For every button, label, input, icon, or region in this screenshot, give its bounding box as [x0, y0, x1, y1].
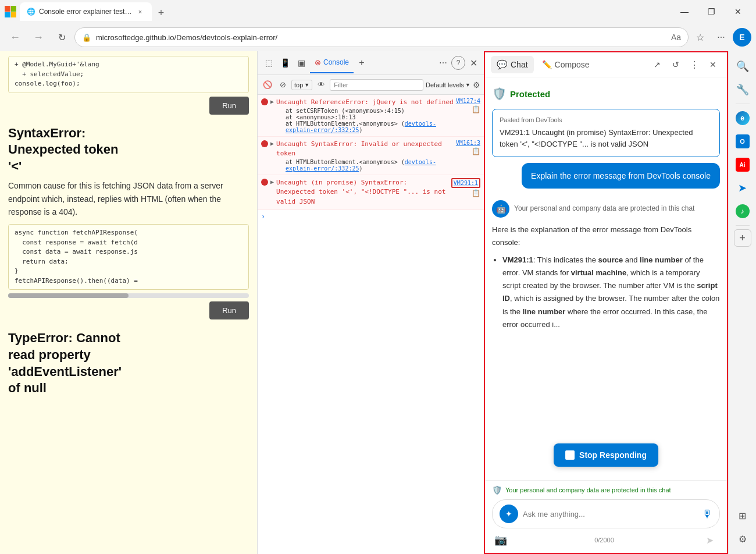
open-in-tab-btn[interactable]: ↗ [649, 56, 665, 73]
close-window-button[interactable]: ✕ [725, 2, 751, 21]
error-desc-1: Common cause for this is fetching JSON d… [8, 179, 249, 218]
chat-tab-label: Chat [511, 60, 528, 69]
settings-icon[interactable]: ⚙ [473, 80, 480, 90]
copilot-compose-tab[interactable]: ✏️ Compose [536, 56, 595, 73]
tab-favicon: 🌐 [27, 8, 35, 16]
send-button[interactable]: ➤ [701, 532, 718, 548]
devtools-more-btn[interactable]: ⋯ [436, 56, 450, 70]
chat-input-area[interactable]: ✦ 🎙 [492, 499, 720, 528]
char-count: 0/2000 [594, 537, 614, 544]
stack-link-2[interactable]: devtools-explain-error/:332:25 [286, 159, 436, 172]
more-tools-button[interactable]: ··· [712, 28, 730, 47]
protected-badge: 🛡️ Protected [492, 84, 720, 103]
tab-close-button[interactable]: × [135, 7, 145, 16]
favorites-button[interactable]: ☆ [691, 28, 709, 47]
devtools-layout-icon[interactable]: ▣ [294, 55, 309, 70]
copilot-chat-tab[interactable]: 💬 Chat [491, 56, 534, 73]
user-message: Explain the error message from DevTools … [522, 163, 720, 189]
footer-privacy-text: Your personal and company data are prote… [505, 486, 671, 493]
profile-button[interactable]: E [733, 28, 751, 47]
address-bar[interactable]: 🔒 microsoftedge.github.io/Demos/devtools… [74, 27, 689, 47]
run-button-2[interactable]: Run [209, 301, 249, 319]
stack-line-1a: at setCSRFToken (<anonymous>:4:15) [276, 108, 454, 114]
clear-console-btn[interactable]: 🚫 [261, 79, 274, 91]
console-message-2: ▶ Uncaught SyntaxError: Invalid or unexp… [258, 137, 484, 175]
top-context-select[interactable]: top ▼ [291, 80, 312, 90]
filter-input[interactable] [330, 79, 423, 91]
footer-privacy: 🛡️ Your personal and company data are pr… [492, 485, 720, 495]
code-scrollbar[interactable] [8, 293, 249, 298]
devtools-inspect-icon[interactable]: ⬚ [261, 55, 276, 70]
filter-toggle-btn[interactable]: ⊘ [276, 79, 289, 91]
browser-logo [5, 6, 16, 17]
devtools-console-tab[interactable]: ⊗ Console [310, 52, 354, 73]
footer-shield-icon: 🛡️ [492, 485, 502, 495]
msg-actions-1: VM127:4 📋 [456, 98, 480, 113]
protected-label: Protected [510, 89, 550, 99]
address-bar-row: ← → ↻ 🔒 microsoftedge.github.io/Demos/de… [0, 23, 756, 51]
copy-icon-3[interactable]: 📋 [472, 189, 480, 197]
close-copilot-btn[interactable]: ✕ [705, 56, 721, 73]
run-button-1[interactable]: Run [209, 97, 249, 115]
stop-responding-button[interactable]: Stop Responding [554, 443, 658, 467]
vm-link-3[interactable]: VM291:1 [451, 178, 480, 188]
copilot-footer: 🛡️ Your personal and company data are pr… [485, 480, 727, 553]
sidebar-outlook-btn[interactable]: O [732, 131, 753, 152]
console-tab-label: Console [323, 58, 349, 66]
expand-arrow-1[interactable]: ▶ [270, 98, 274, 105]
msg-text-3: Uncaught (in promise) SyntaxError: Unexp… [276, 179, 445, 205]
title-bar: 🌐 Console error explainer test page × + … [0, 0, 756, 23]
chat-input-field[interactable] [523, 510, 697, 519]
copilot-avatar-btn[interactable]: ✦ [500, 505, 518, 523]
copy-icon-1[interactable]: 📋 [472, 105, 480, 113]
msg-actions-2: VM161:3 📋 [456, 140, 480, 155]
forward-button[interactable]: → [28, 27, 49, 48]
devtools-panel: ⬚ 📱 ▣ ⊗ Console + ⋯ ? ✕ 🚫 ⊘ top ▼ [257, 51, 484, 554]
minimize-button[interactable]: — [671, 2, 698, 21]
console-expand-row[interactable]: › [258, 210, 484, 223]
refresh-chat-btn[interactable]: ↺ [668, 56, 684, 73]
stack-link-1[interactable]: devtools-explain-error/:332:25 [286, 120, 436, 133]
vm-link-2[interactable]: VM161:3 [456, 140, 480, 146]
sidebar-add-btn[interactable]: + [734, 229, 751, 247]
window-controls: — ❐ ✕ [671, 2, 751, 21]
default-levels-btn[interactable]: Default levels ▼ [426, 81, 470, 88]
sidebar-spotify-btn[interactable]: ♪ [732, 201, 753, 222]
new-tab-button[interactable]: + [153, 5, 169, 21]
ai-privacy-notice: 🤖 Your personal and company data are pro… [492, 197, 720, 223]
sidebar-divider-1 [736, 104, 750, 104]
devtools-add-tab[interactable]: + [355, 56, 369, 70]
back-button[interactable]: ← [5, 27, 26, 48]
devtools-close-btn[interactable]: ✕ [466, 56, 480, 70]
devtools-help-btn[interactable]: ? [451, 56, 465, 70]
copy-icon-2[interactable]: 📋 [472, 147, 480, 155]
mic-button[interactable]: 🎙 [702, 508, 712, 520]
vm291-label: VM291:1 [502, 255, 533, 264]
more-options-btn[interactable]: ⋮ [686, 56, 702, 73]
sidebar-edge-btn[interactable]: e [732, 108, 753, 129]
vm-link-1[interactable]: VM127:4 [456, 98, 480, 104]
sidebar-settings-btn[interactable]: ⚙ [732, 528, 753, 549]
error-dot-3 [261, 179, 268, 186]
source-bold: source [598, 255, 623, 264]
sidebar-layout-btn[interactable]: ⊞ [732, 505, 753, 526]
sidebar-search-btn[interactable]: 🔍 [732, 56, 753, 77]
copilot-panel: 💬 Chat ✏️ Compose ↗ ↺ ⋮ ✕ 🛡️ Protected [484, 51, 728, 554]
active-tab[interactable]: 🌐 Console error explainer test page × [20, 2, 152, 21]
refresh-button[interactable]: ↻ [51, 27, 72, 48]
msg-text-1: Uncaught ReferenceError: jQuery is not d… [276, 98, 454, 106]
reader-icon[interactable]: Aa [671, 33, 681, 42]
screenshot-button[interactable]: 📷 [494, 534, 507, 546]
compose-tab-label: Compose [555, 60, 590, 69]
sidebar-adobe-btn[interactable]: Ai [732, 154, 753, 175]
expand-arrow-3[interactable]: ▶ [270, 179, 274, 185]
line-num-bold: line number [523, 307, 566, 316]
eye-icon[interactable]: 👁 [315, 79, 327, 91]
maximize-button[interactable]: ❐ [698, 2, 725, 21]
script-id-bold: script ID [502, 281, 718, 303]
shield-icon: 🛡️ [492, 87, 507, 101]
sidebar-tool1-btn[interactable]: 🔧 [732, 79, 753, 100]
sidebar-arrow-btn[interactable]: ➤ [732, 177, 753, 198]
expand-arrow-2[interactable]: ▶ [270, 140, 274, 147]
devtools-device-icon[interactable]: 📱 [277, 55, 293, 70]
